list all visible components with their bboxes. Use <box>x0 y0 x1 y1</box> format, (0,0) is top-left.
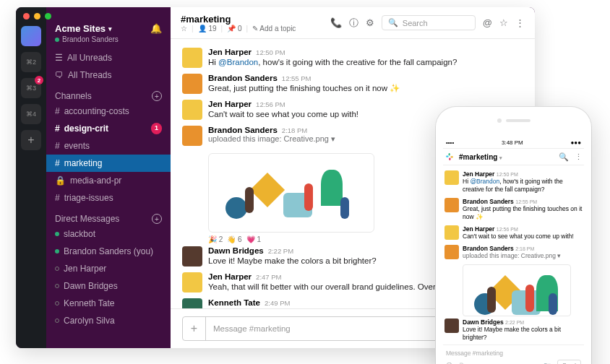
msg-author: Jen Harper <box>463 170 494 178</box>
pin-count[interactable]: 📌 0 <box>227 25 241 32</box>
search-input[interactable]: 🔍 Search <box>382 15 476 30</box>
message: Jen Harper 12:50 PMHi @Brandon, how's it… <box>444 168 583 196</box>
msg-author: Jen Harper <box>208 48 252 56</box>
message: Jen Harper 12:50 PMHi @Brandon, how's it… <box>182 45 523 71</box>
msg-time: 12:56 PM <box>497 227 518 232</box>
all-threads[interactable]: 🗨 All Threads <box>46 66 171 84</box>
image-attachment[interactable] <box>463 264 571 316</box>
avatar <box>182 272 202 292</box>
dm-slackbot[interactable]: slackbot <box>46 225 171 243</box>
dm-kenneth[interactable]: Kenneth Tate <box>46 295 171 312</box>
more-icon[interactable]: ⋮ <box>515 17 525 28</box>
msg-time: 12:55 PM <box>515 199 537 204</box>
maximize-icon[interactable] <box>45 13 51 20</box>
avatar <box>182 126 202 146</box>
message: Jen Harper 12:56 PMCan't wait to see wha… <box>444 223 583 243</box>
channel-events[interactable]: # events <box>46 137 171 155</box>
message: Brandon Sanders 12:55 PMGreat, just putt… <box>444 196 583 223</box>
channel-accounting-costs[interactable]: # accounting-costs <box>46 103 171 120</box>
msg-author: Brandon Sanders <box>208 74 278 82</box>
mention[interactable]: @Brandon <box>218 58 258 66</box>
avatar <box>444 198 459 212</box>
mentions-icon[interactable]: @ <box>483 17 492 28</box>
message: Brandon Sanders 2:18 PMuploaded this ima… <box>444 243 583 262</box>
msg-text: Love it! Maybe make the colors a bit bri… <box>463 326 583 342</box>
msg-text: Can't wait to see what you come up with! <box>463 233 574 240</box>
gear-icon[interactable]: ⚙ <box>366 17 374 28</box>
msg-text: Hi @Brandon, how's it going with the cre… <box>463 178 583 194</box>
mention[interactable]: @Brandon <box>470 178 499 185</box>
dm-brandon[interactable]: Brandon Sanders (you) <box>46 243 171 260</box>
workspace-switch-2[interactable]: ⌘2 <box>21 52 41 72</box>
avatar <box>182 246 202 266</box>
channels-section: Channels+ <box>46 84 171 103</box>
window-controls <box>23 13 51 20</box>
all-unreads[interactable]: ☰ All Unreads <box>46 49 171 66</box>
reaction[interactable]: 👋 6 <box>227 235 241 243</box>
msg-time: 12:55 PM <box>282 74 312 82</box>
channel-marketing[interactable]: # marketing <box>46 155 171 172</box>
channel-meta: ☆| 👤 19| 📌 0| ✎ Add a topic <box>181 25 296 32</box>
phone-attach-icon[interactable]: ⎘ <box>460 362 463 365</box>
member-count[interactable]: 👤 19 <box>198 25 217 32</box>
channel-header: #marketing ☆| 👤 19| 📌 0| ✎ Add a topic 📞… <box>171 7 535 39</box>
msg-time: 2:18 PM <box>282 126 307 134</box>
phone-channel-title[interactable]: #marketing ▾ <box>459 153 502 161</box>
avatar <box>182 74 202 94</box>
message: Dawn Bridges 2:22 PMLove it! Maybe make … <box>444 316 583 344</box>
phone-more-icon[interactable]: ⋮ <box>575 152 583 162</box>
compose-attach-icon[interactable]: + <box>183 317 206 340</box>
dm-dawn[interactable]: Dawn Bridges <box>46 277 171 295</box>
dm-carolyn[interactable]: Carolyn Silva <box>46 312 171 329</box>
workspace-switch-4[interactable]: ⌘4 <box>21 104 41 124</box>
image-attachment[interactable] <box>208 153 374 233</box>
avatar <box>444 170 459 185</box>
avatar <box>444 225 459 240</box>
channel-title[interactable]: #marketing <box>181 14 296 25</box>
avatar <box>444 318 459 333</box>
workspace-switch-3[interactable]: ⌘32 <box>21 78 41 98</box>
phone-message-input[interactable]: Message #marketing <box>443 348 584 358</box>
avatar <box>182 48 202 68</box>
channel-design-crit[interactable]: # design-crit1 <box>46 120 171 137</box>
msg-time: 12:50 PM <box>256 48 285 56</box>
current-user: Brandon Sanders <box>55 35 119 43</box>
add-topic[interactable]: ✎ Add a topic <box>252 25 296 32</box>
phone-search-icon[interactable]: 🔍 <box>559 152 569 162</box>
dms-section: Direct Messages+ <box>46 207 171 225</box>
phone-camera-icon[interactable]: 📷 <box>544 362 551 365</box>
info-icon[interactable]: ⓘ <box>349 17 358 30</box>
channel-triage-issues[interactable]: # triage-issues <box>46 189 171 207</box>
star-header-icon[interactable]: ☆ <box>499 17 508 28</box>
workspace-switch-1[interactable] <box>21 26 41 46</box>
msg-author: Brandon Sanders <box>463 198 514 205</box>
msg-author: Dawn Bridges <box>208 246 264 255</box>
add-workspace-button[interactable]: + <box>21 130 41 150</box>
svg-rect-1 <box>450 156 453 157</box>
slack-logo-icon <box>444 152 455 162</box>
add-channel-icon[interactable]: + <box>152 91 162 101</box>
channel-media-and-pr[interactable]: 🔒 media-and-pr <box>46 172 171 189</box>
msg-author: Dawn Bridges <box>463 318 504 326</box>
phone-send-button[interactable]: Send <box>557 360 581 364</box>
msg-time: 12:56 PM <box>256 100 285 108</box>
chevron-down-icon: ▾ <box>108 25 112 32</box>
svg-rect-0 <box>446 156 449 157</box>
dm-jen[interactable]: Jen Harper <box>46 260 171 277</box>
bell-icon[interactable]: 🔔 <box>150 23 162 34</box>
add-dm-icon[interactable]: + <box>152 214 162 224</box>
phone-icon[interactable]: 📞 <box>330 17 342 28</box>
reaction[interactable]: 🎉 2 <box>208 235 223 243</box>
phone-mention-icon[interactable]: @ <box>446 362 452 365</box>
msg-author: Jen Harper <box>208 100 252 108</box>
workspace-name[interactable]: Acme Sites ▾ <box>55 23 119 34</box>
star-icon[interactable]: ☆ <box>181 25 187 32</box>
minimize-icon[interactable] <box>34 13 40 20</box>
phone-statusbar: ••••3:48 PM●●● <box>443 139 584 149</box>
close-icon[interactable] <box>23 13 30 20</box>
avatar <box>182 298 202 308</box>
reaction[interactable]: 💗 1 <box>246 235 261 243</box>
msg-text: uploaded this image: Creative.png ▾ <box>463 252 561 260</box>
phone-message-list: Jen Harper 12:50 PMHi @Brandon, how's it… <box>443 165 584 344</box>
phone-header: #marketing ▾ 🔍⋮ <box>443 149 584 165</box>
